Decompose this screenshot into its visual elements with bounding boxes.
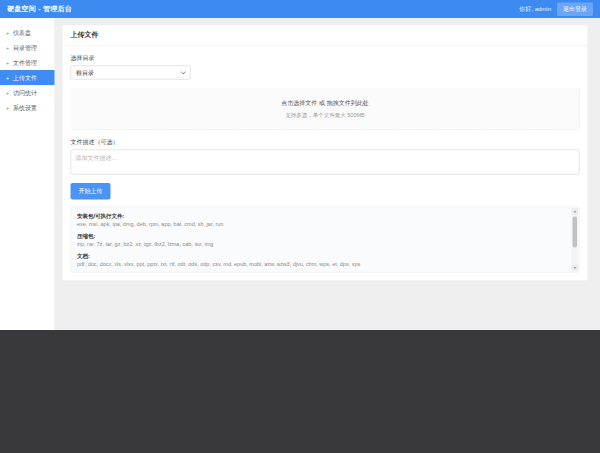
upload-card: 上传文件 选择目录 根目录 点击选择文件 或 拖拽文件到此处 支持多选，单个文件… xyxy=(62,25,588,282)
allowed-types-panel: 安装包/可执行文件: exe, msi, apk, ipa, dmg, deb,… xyxy=(71,207,580,273)
sidebar-item-label: 访问统计 xyxy=(13,88,37,97)
sidebar-item-label: 仪表盘 xyxy=(13,28,31,37)
scroll-up-arrow-icon[interactable] xyxy=(572,208,579,215)
description-label: 文件描述（可选） xyxy=(71,138,580,147)
sidebar-item-stats[interactable]: + 访问统计 xyxy=(0,85,55,100)
page: 硬盘空间 - 管理后台 你好, admin 退出登录 + 仪表盘 + 目录管理 … xyxy=(0,0,600,453)
type-section-list: pdf, doc, docx, xls, xlsx, ppt, pptx, tx… xyxy=(77,261,566,267)
scroll-down-arrow-icon[interactable] xyxy=(572,265,579,272)
main-content: 上传文件 选择目录 根目录 点击选择文件 或 拖拽文件到此处 支持多选，单个文件… xyxy=(55,18,600,330)
sidebar-item-files[interactable]: + 文件管理 xyxy=(0,55,55,70)
plus-icon: + xyxy=(5,105,10,111)
top-header-bar: 硬盘空间 - 管理后台 你好, admin 退出登录 xyxy=(0,0,600,18)
sidebar: + 仪表盘 + 目录管理 + 文件管理 + 上传文件 + 访问统计 xyxy=(0,18,55,330)
directory-select-value: 根目录 xyxy=(76,68,94,77)
dropzone-main-text: 点击选择文件 或 拖拽文件到此处 xyxy=(281,99,368,108)
type-section-list: exe, msi, apk, ipa, dmg, deb, rpm, app, … xyxy=(77,221,566,227)
file-dropzone[interactable]: 点击选择文件 或 拖拽文件到此处 支持多选，单个文件最大 500MB xyxy=(71,88,580,130)
plus-icon: + xyxy=(5,60,10,66)
dropzone-hint-text: 支持多选，单个文件最大 500MB xyxy=(285,111,364,119)
sidebar-item-directories[interactable]: + 目录管理 xyxy=(0,40,55,55)
chevron-down-icon xyxy=(181,69,186,74)
app-title: 硬盘空间 - 管理后台 xyxy=(7,5,72,14)
type-section-title: 文档: xyxy=(77,252,566,260)
sidebar-item-label: 上传文件 xyxy=(13,73,37,82)
sidebar-item-label: 目录管理 xyxy=(13,43,37,52)
logout-button[interactable]: 退出登录 xyxy=(557,2,593,16)
card-title: 上传文件 xyxy=(63,25,588,46)
dark-footer-area xyxy=(0,330,600,453)
sidebar-item-upload[interactable]: + 上传文件 xyxy=(0,70,55,85)
plus-icon: + xyxy=(5,30,10,36)
viewport: 硬盘空间 - 管理后台 你好, admin 退出登录 + 仪表盘 + 目录管理 … xyxy=(0,0,600,453)
sidebar-item-label: 文件管理 xyxy=(13,58,37,67)
type-section-title: 图片: xyxy=(77,272,566,273)
type-section-title: 压缩包: xyxy=(77,232,566,240)
card-body: 选择目录 根目录 点击选择文件 或 拖拽文件到此处 支持多选，单个文件最大 50… xyxy=(63,46,588,281)
allowed-types-content: 安装包/可执行文件: exe, msi, apk, ipa, dmg, deb,… xyxy=(71,207,579,273)
body: + 仪表盘 + 目录管理 + 文件管理 + 上传文件 + 访问统计 xyxy=(0,18,600,330)
start-upload-button[interactable]: 开始上传 xyxy=(71,183,111,200)
plus-icon: + xyxy=(5,75,10,81)
sidebar-item-settings[interactable]: + 系统设置 xyxy=(0,100,55,115)
type-section-list: zip, rar, 7z, tar, gz, bz2, xz, tgz, tbz… xyxy=(77,241,566,247)
type-section-title: 安装包/可执行文件: xyxy=(77,212,566,220)
sidebar-item-dashboard[interactable]: + 仪表盘 xyxy=(0,25,55,40)
header-right: 你好, admin 退出登录 xyxy=(519,2,593,16)
directory-label: 选择目录 xyxy=(71,54,580,63)
plus-icon: + xyxy=(5,45,10,51)
sidebar-item-label: 系统设置 xyxy=(13,103,37,112)
types-scrollbar[interactable] xyxy=(572,208,579,271)
user-greeting: 你好, admin xyxy=(519,5,551,14)
description-input[interactable] xyxy=(71,150,580,175)
scrollbar-thumb[interactable] xyxy=(573,217,578,248)
directory-select[interactable]: 根目录 xyxy=(71,66,191,80)
plus-icon: + xyxy=(5,90,10,96)
